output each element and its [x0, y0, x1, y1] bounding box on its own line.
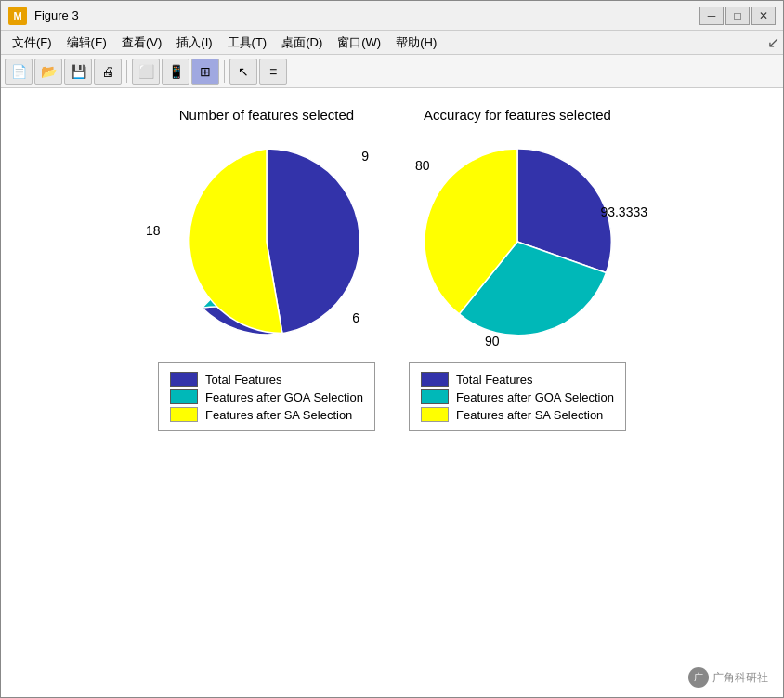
legend-1-label-2: Features after GOA Selection	[205, 390, 363, 404]
menu-view[interactable]: 查看(V)	[114, 33, 169, 53]
menu-edit[interactable]: 编辑(E)	[59, 33, 114, 53]
legend-2-item-1: Total Features	[421, 372, 614, 387]
watermark-icon: 广	[688, 667, 709, 688]
main-window: M Figure 3 ─ □ ✕ 文件(F) 编辑(E) 查看(V) 插入(I)…	[0, 0, 784, 698]
chart-1-pie: 9 6 18	[155, 130, 378, 353]
close-button[interactable]: ✕	[751, 7, 776, 25]
chart-2-label-93: 93.3333	[600, 204, 647, 219]
chart-2-label-90: 90	[485, 334, 500, 349]
legend-1-color-1	[170, 372, 198, 387]
charts-row: Number of features selected	[20, 107, 764, 431]
toolbar-open[interactable]: 📂	[34, 59, 62, 85]
toolbar-device[interactable]: 📱	[162, 59, 189, 85]
legend-1-color-2	[170, 389, 198, 404]
toolbar-separator-2	[224, 60, 225, 83]
menu-insert[interactable]: 插入(I)	[169, 33, 219, 53]
legend-2-label-2: Features after GOA Selection	[456, 390, 614, 404]
legend-2-color-1	[421, 372, 449, 387]
toolbar-export[interactable]: ⬜	[132, 59, 160, 85]
menu-bar: 文件(F) 编辑(E) 查看(V) 插入(I) 工具(T) 桌面(D) 窗口(W…	[1, 31, 783, 55]
chart-1-container: Number of features selected	[155, 107, 378, 431]
legend-1-item-3: Features after SA Selection	[170, 407, 363, 422]
toolbar-print[interactable]: 🖨	[94, 59, 122, 85]
chart-1-label-9: 9	[361, 149, 369, 164]
toolbar-select[interactable]: ↖	[229, 59, 257, 85]
legend-2-color-2	[421, 389, 449, 404]
minimize-button[interactable]: ─	[699, 7, 724, 25]
menu-window[interactable]: 窗口(W)	[330, 33, 388, 53]
watermark-text: 广角科研社	[712, 670, 768, 686]
menu-file[interactable]: 文件(F)	[5, 33, 59, 53]
legend-1-color-3	[170, 407, 198, 422]
chart-2-legend: Total Features Features after GOA Select…	[409, 362, 626, 431]
app-icon: M	[8, 7, 27, 25]
menu-tools[interactable]: 工具(T)	[220, 33, 275, 53]
chart-2-label-80: 80	[415, 158, 430, 173]
chart-2-pie: 80 93.3333 90	[406, 130, 629, 353]
svg-text:M: M	[13, 10, 21, 21]
toolbar-separator-1	[126, 60, 127, 83]
pie-chart-1-svg	[155, 130, 378, 353]
legend-2-label-3: Features after SA Selection	[456, 408, 603, 422]
chart-1-label-18: 18	[146, 223, 161, 238]
watermark: 广 广角科研社	[688, 667, 768, 688]
chart-1-title: Number of features selected	[179, 107, 354, 123]
legend-2-item-2: Features after GOA Selection	[421, 389, 614, 404]
chart-2-container: Accuracy for features selected	[406, 107, 629, 431]
toolbar: 📄 📂 💾 🖨 ⬜ 📱 ⊞ ↖ ≡	[1, 55, 783, 88]
legend-2-color-3	[421, 407, 449, 422]
legend-1-label-1: Total Features	[205, 373, 281, 387]
chart-2-title: Accuracy for features selected	[424, 107, 611, 123]
window-title: Figure 3	[34, 8, 692, 22]
legend-1-label-3: Features after SA Selection	[205, 408, 352, 422]
chart-1-label-6: 6	[352, 310, 359, 325]
corner-icon: ↙	[767, 33, 779, 51]
toolbar-new[interactable]: 📄	[5, 59, 33, 85]
toolbar-grid[interactable]: ⊞	[191, 59, 219, 85]
title-bar: M Figure 3 ─ □ ✕	[1, 1, 783, 31]
menu-desktop[interactable]: 桌面(D)	[274, 33, 330, 53]
pie-chart-2-svg	[406, 130, 629, 353]
legend-1-item-1: Total Features	[170, 372, 363, 387]
window-controls: ─ □ ✕	[699, 7, 776, 25]
main-content: Number of features selected	[1, 88, 783, 697]
menu-help[interactable]: 帮助(H)	[388, 33, 444, 53]
legend-2-label-1: Total Features	[456, 373, 532, 387]
maximize-button[interactable]: □	[725, 7, 750, 25]
legend-2-item-3: Features after SA Selection	[421, 407, 614, 422]
legend-1-item-2: Features after GOA Selection	[170, 389, 363, 404]
toolbar-menu2[interactable]: ≡	[259, 59, 287, 85]
chart-1-legend: Total Features Features after GOA Select…	[158, 362, 375, 431]
toolbar-save[interactable]: 💾	[64, 59, 92, 85]
